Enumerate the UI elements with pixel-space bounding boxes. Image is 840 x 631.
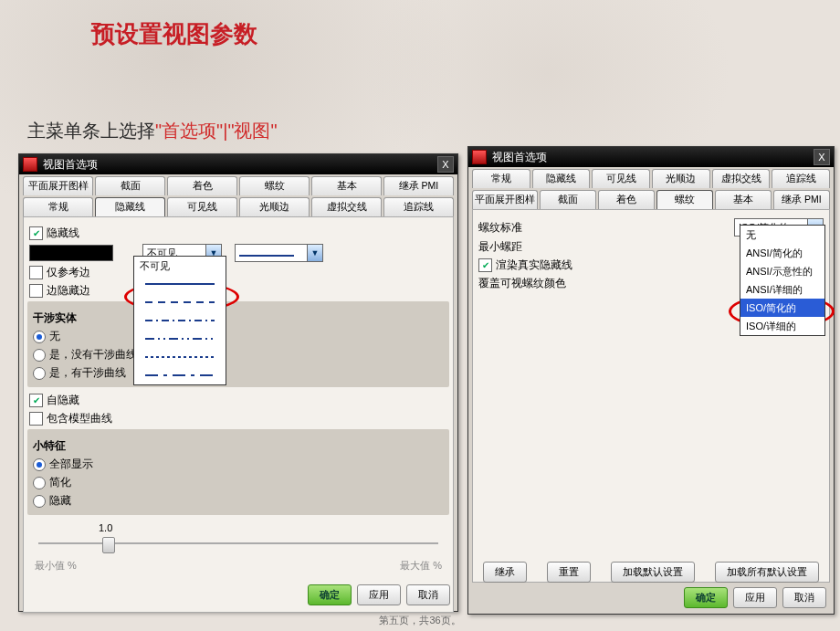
tabs-row-upper: 常规 隐藏线 可见线 光顺边 虚拟交线 追踪线 [468, 167, 834, 188]
radio-interfere-none[interactable] [33, 331, 46, 343]
inherit-button[interactable]: 继承 [483, 562, 527, 583]
tab-general[interactable]: 常规 [472, 169, 530, 188]
tab-inherit-pmi[interactable]: 继承 PMI [773, 190, 830, 209]
lbl-max: 最大值 % [400, 559, 442, 573]
lbl-interfere: 干涉实体 [33, 310, 444, 326]
load-all-default-button[interactable]: 加载所有默认设置 [715, 562, 819, 583]
lbl-min-pitch: 最小螺距 [478, 239, 522, 255]
lbl-edge-hide-edges: 边隐藏边 [47, 283, 90, 299]
slider-value: 1.0 [99, 522, 112, 533]
reset-button[interactable]: 重置 [547, 562, 591, 583]
tab-shading[interactable]: 着色 [598, 190, 655, 209]
cancel-button[interactable]: 取消 [406, 584, 450, 605]
lbl-render-real: 渲染真实隐藏线 [496, 258, 572, 273]
tabs-row-upper: 平面展开图样 截面 着色 螺纹 基本 继承 PMI [19, 174, 457, 195]
slide-title: 预设置视图参数 [91, 18, 257, 50]
opt-iso-simple[interactable]: ISO/简化的 [740, 299, 824, 317]
small-feat-slider[interactable]: 1.0 [29, 522, 447, 559]
lbl-interfere-curve: 是，有干涉曲线 [49, 365, 126, 381]
opt-ansi-simple[interactable]: ANSI/简化的 [740, 244, 824, 262]
close-button[interactable]: X [814, 149, 830, 165]
tab-trace-line[interactable]: 追踪线 [772, 169, 830, 188]
visibility-dropdown[interactable]: 不可见 [133, 256, 226, 385]
radio-interfere-curve[interactable] [33, 367, 46, 380]
lbl-include-model-curves: 包含模型曲线 [47, 411, 112, 426]
opt-ansi-schematic[interactable]: ANSI/示意性的 [740, 262, 824, 280]
ok-button[interactable]: 确定 [308, 584, 352, 605]
tab-flat-pattern[interactable]: 平面展开图样 [23, 176, 93, 195]
cancel-button[interactable]: 取消 [782, 587, 826, 608]
tab-thread[interactable]: 螺纹 [656, 190, 713, 209]
slide-footer: 第五页，共36页。 [0, 614, 840, 627]
lbl-sf-hide: 隐藏 [49, 493, 71, 509]
control-buttons-row: 继承 重置 加载默认设置 加载所有默认设置 [476, 562, 826, 583]
chk-self-hide[interactable]: ✔ [29, 394, 43, 407]
hidden-line-panel: ✔ 隐藏线 不可见 ▼ ▼ 仅参考边 边隐藏边 干涉实体 无 [23, 216, 454, 613]
radio-interfere-nocurve[interactable] [33, 349, 46, 362]
thread-std-dropdown[interactable]: 无 ANSI/简化的 ANSI/示意性的 ANSI/详细的 ISO/简化的 IS… [740, 225, 825, 336]
radio-sf-hide[interactable] [33, 495, 46, 508]
close-button[interactable]: X [437, 156, 454, 173]
thread-panel: 螺纹标准 ISO/简化的 ▼ 最小螺距 ✔ 渲染真实隐藏线 覆盖可视螺纹颜色 无… [472, 209, 830, 583]
tab-basic[interactable]: 基本 [715, 190, 772, 209]
lbl-small-feat: 小特征 [33, 438, 444, 454]
opt-invisible[interactable]: 不可见 [134, 257, 226, 275]
app-icon [23, 157, 37, 172]
radio-sf-all[interactable] [33, 458, 46, 471]
tab-visible-line[interactable]: 可见线 [167, 197, 237, 216]
lbl-override-color: 覆盖可视螺纹颜色 [478, 276, 566, 291]
opt-ansi-detail[interactable]: ANSI/详细的 [740, 280, 824, 299]
tab-hidden-line[interactable]: 隐藏线 [95, 197, 165, 216]
lbl-thread-std: 螺纹标准 [478, 220, 522, 236]
chk-hidden-line[interactable]: ✔ [29, 226, 43, 240]
tab-general[interactable]: 常规 [23, 197, 93, 216]
lbl-only-ref-edges: 仅参考边 [47, 265, 90, 280]
lbl-sf-simplify: 简化 [49, 475, 71, 490]
subtitle-text: 主菜单条上选择 [27, 121, 155, 141]
chk-render-real[interactable]: ✔ [478, 258, 492, 272]
tab-virtual-intersect[interactable]: 虚拟交线 [311, 197, 382, 216]
lbl-interfere-nocurve: 是，没有干涉曲线 [49, 347, 137, 363]
combo-line-style[interactable]: ▼ [235, 244, 323, 262]
titlebar: 视图首选项 X [468, 147, 834, 167]
lbl-sf-all: 全部显示 [49, 457, 93, 472]
tab-smooth-edge[interactable]: 光顺边 [239, 197, 310, 216]
tab-trace-line[interactable]: 追踪线 [383, 197, 454, 216]
tab-smooth-edge[interactable]: 光顺边 [652, 169, 710, 188]
tab-shading[interactable]: 着色 [167, 176, 237, 195]
tab-section[interactable]: 截面 [95, 176, 165, 195]
titlebar: 视图首选项 X [19, 154, 457, 174]
tab-virtual-intersect[interactable]: 虚拟交线 [712, 169, 771, 188]
radio-sf-simplify[interactable] [33, 477, 46, 489]
dialog-view-prefs-thread: 视图首选项 X 常规 隐藏线 可见线 光顺边 虚拟交线 追踪线 平面展开图样 截… [467, 146, 835, 615]
lbl-self-hide: 自隐藏 [47, 393, 79, 408]
dialog-view-prefs-hiddenline: 视图首选项 X 平面展开图样 截面 着色 螺纹 基本 继承 PMI 常规 隐藏线… [18, 153, 458, 612]
tab-basic[interactable]: 基本 [311, 176, 382, 195]
lbl-min: 最小值 % [35, 559, 77, 573]
tab-thread[interactable]: 螺纹 [239, 176, 310, 195]
apply-button[interactable]: 应用 [733, 587, 777, 608]
dialog-buttons: 确定 应用 取消 [26, 584, 450, 605]
dialog-title: 视图首选项 [492, 150, 547, 165]
tab-section[interactable]: 截面 [540, 190, 596, 209]
lbl-hidden-line: 隐藏线 [47, 226, 79, 241]
color-swatch[interactable] [29, 245, 113, 261]
chk-only-ref-edges[interactable] [29, 266, 43, 279]
opt-none[interactable]: 无 [740, 226, 824, 244]
apply-button[interactable]: 应用 [357, 584, 401, 605]
ok-button[interactable]: 确定 [684, 587, 728, 608]
chk-include-model-curves[interactable] [29, 412, 43, 426]
opt-iso-detail[interactable]: ISO/详细的 [740, 317, 824, 335]
chevron-down-icon: ▼ [307, 245, 322, 261]
dialog-buttons: 确定 应用 取消 [476, 587, 826, 608]
subtitle-highlight: "首选项"|"视图" [155, 121, 278, 141]
tab-flat-pattern[interactable]: 平面展开图样 [472, 190, 538, 209]
chk-edge-hide-edges[interactable] [29, 284, 43, 298]
load-default-button[interactable]: 加载默认设置 [611, 562, 695, 583]
slide-subtitle: 主菜单条上选择"首选项"|"视图" [27, 119, 278, 143]
tabs-row-lower: 平面展开图样 截面 着色 螺纹 基本 继承 PMI [468, 188, 834, 209]
tab-inherit-pmi[interactable]: 继承 PMI [383, 176, 454, 195]
tab-hidden-line[interactable]: 隐藏线 [532, 169, 591, 188]
slider-thumb[interactable] [102, 537, 115, 553]
tab-visible-line[interactable]: 可见线 [592, 169, 650, 188]
